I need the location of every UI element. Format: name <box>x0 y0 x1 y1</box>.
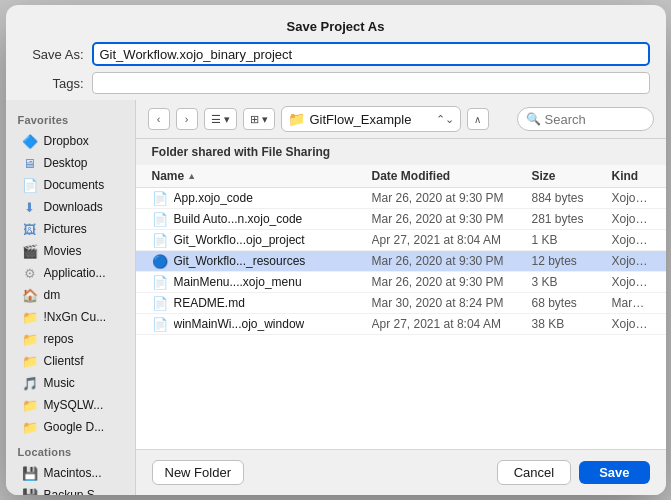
table-row[interactable]: 📄 winMainWi...ojo_window Apr 27, 2021 at… <box>136 314 666 335</box>
favorites-section-label: Favorites <box>6 106 135 130</box>
file-name-cell: 📄 winMainWi...ojo_window <box>152 316 372 332</box>
sidebar-item-mysql[interactable]: 📁 MySQLW... <box>10 394 131 416</box>
kind-column-header[interactable]: Kind <box>612 169 650 183</box>
grid-view-chevron: ▾ <box>262 113 268 126</box>
cancel-button[interactable]: Cancel <box>497 460 571 485</box>
folder-icon: 📁 <box>22 309 38 325</box>
sidebar-item-dropbox[interactable]: 🔷 Dropbox <box>10 130 131 152</box>
file-date: Mar 26, 2020 at 9:30 PM <box>372 254 532 268</box>
file-name: README.md <box>174 296 245 310</box>
file-date: Mar 26, 2020 at 9:30 PM <box>372 275 532 289</box>
folder-icon: 📁 <box>22 397 38 413</box>
file-name: winMainWi...ojo_window <box>174 317 305 331</box>
save-as-label: Save As: <box>22 47 92 62</box>
file-name-cell: 🔵 Git_Workflo..._resources <box>152 253 372 269</box>
table-row[interactable]: 🔵 Git_Workflo..._resources Mar 26, 2020 … <box>136 251 666 272</box>
search-input[interactable] <box>545 112 645 127</box>
file-name-cell: 📄 README.md <box>152 295 372 311</box>
file-type-icon: 📄 <box>152 274 168 290</box>
save-as-input[interactable] <box>92 42 650 66</box>
forward-button[interactable]: › <box>176 108 198 130</box>
table-row[interactable]: 📄 MainMenu....xojo_menu Mar 26, 2020 at … <box>136 272 666 293</box>
sidebar: Favorites 🔷 Dropbox 🖥 Desktop 📄 Document… <box>6 100 136 495</box>
date-column-header[interactable]: Date Modified <box>372 169 532 183</box>
file-size: 38 KB <box>532 317 612 331</box>
sort-arrow: ▲ <box>187 171 196 181</box>
locations-section-label: Locations <box>6 438 135 462</box>
file-kind: Xojo Code <box>612 212 650 226</box>
sidebar-item-repos[interactable]: 📁 repos <box>10 328 131 350</box>
table-row[interactable]: 📄 Git_Workflo...ojo_project Apr 27, 2021… <box>136 230 666 251</box>
save-dialog: Save Project As Save As: Tags: Favorites… <box>6 5 666 495</box>
movies-icon: 🎬 <box>22 243 38 259</box>
sidebar-item-nxgn[interactable]: 📁 !NxGn Cu... <box>10 306 131 328</box>
dropbox-icon: 🔷 <box>22 133 38 149</box>
sidebar-item-music[interactable]: 🎵 Music <box>10 372 131 394</box>
list-view-button[interactable]: ☰ ▾ <box>204 108 237 130</box>
file-kind: Xojo Code <box>612 191 650 205</box>
file-kind: Xojo Window <box>612 317 650 331</box>
folder-icon: 📁 <box>22 353 38 369</box>
size-column-header[interactable]: Size <box>532 169 612 183</box>
sidebar-item-google-drive[interactable]: 📁 Google D... <box>10 416 131 438</box>
file-size: 281 bytes <box>532 212 612 226</box>
location-folder-icon: 📁 <box>288 111 305 127</box>
sidebar-item-macintosh[interactable]: 💾 Macintos... <box>10 462 131 484</box>
sidebar-item-pictures[interactable]: 🖼 Pictures <box>10 218 131 240</box>
tags-input[interactable] <box>92 72 650 94</box>
search-box: 🔍 <box>517 107 654 131</box>
table-row[interactable]: 📄 README.md Mar 30, 2020 at 8:24 PM 68 b… <box>136 293 666 314</box>
grid-view-icon: ⊞ <box>250 113 259 126</box>
file-name-cell: 📄 Git_Workflo...ojo_project <box>152 232 372 248</box>
file-date: Mar 26, 2020 at 9:30 PM <box>372 191 532 205</box>
file-type-icon: 🔵 <box>152 253 168 269</box>
file-size: 884 bytes <box>532 191 612 205</box>
location-dropdown-icon: ⌃⌄ <box>436 113 454 126</box>
sidebar-item-label: dm <box>44 288 61 302</box>
sidebar-item-label: Backup S... <box>44 488 105 495</box>
collapse-button[interactable]: ∧ <box>467 108 489 130</box>
tags-row: Tags: <box>22 72 650 94</box>
dialog-title: Save Project As <box>6 5 666 42</box>
file-rows-container: 📄 App.xojo_code Mar 26, 2020 at 9:30 PM … <box>136 188 666 335</box>
sidebar-item-movies[interactable]: 🎬 Movies <box>10 240 131 262</box>
file-type-icon: 📄 <box>152 316 168 332</box>
file-date: Mar 26, 2020 at 9:30 PM <box>372 212 532 226</box>
sidebar-item-label: Applicatio... <box>44 266 106 280</box>
list-view-chevron: ▾ <box>224 113 230 126</box>
hd-icon: 💾 <box>22 465 38 481</box>
pictures-icon: 🖼 <box>22 221 38 237</box>
back-button[interactable]: ‹ <box>148 108 170 130</box>
save-button[interactable]: Save <box>579 461 649 484</box>
file-name: Build Auto...n.xojo_code <box>174 212 303 226</box>
file-toolbar: ‹ › ☰ ▾ ⊞ ▾ 📁 GitFlow_Example ⌃⌄ ∧ 🔍 <box>136 100 666 139</box>
file-size: 12 bytes <box>532 254 612 268</box>
table-row[interactable]: 📄 Build Auto...n.xojo_code Mar 26, 2020 … <box>136 209 666 230</box>
file-type-icon: 📄 <box>152 232 168 248</box>
location-button[interactable]: 📁 GitFlow_Example ⌃⌄ <box>281 106 461 132</box>
sidebar-item-desktop[interactable]: 🖥 Desktop <box>10 152 131 174</box>
shared-folder-label: Folder shared with File Sharing <box>136 139 666 165</box>
table-row[interactable]: 📄 App.xojo_code Mar 26, 2020 at 9:30 PM … <box>136 188 666 209</box>
applications-icon: ⚙ <box>22 265 38 281</box>
file-size: 3 KB <box>532 275 612 289</box>
sidebar-item-documents[interactable]: 📄 Documents <box>10 174 131 196</box>
file-date: Apr 27, 2021 at 8:04 AM <box>372 233 532 247</box>
music-icon: 🎵 <box>22 375 38 391</box>
new-folder-button[interactable]: New Folder <box>152 460 244 485</box>
main-area: ‹ › ☰ ▾ ⊞ ▾ 📁 GitFlow_Example ⌃⌄ ∧ 🔍 <box>136 100 666 495</box>
sidebar-item-downloads[interactable]: ⬇ Downloads <box>10 196 131 218</box>
sidebar-item-dm[interactable]: 🏠 dm <box>10 284 131 306</box>
sidebar-item-backup[interactable]: 💾 Backup S... <box>10 484 131 495</box>
tags-label: Tags: <box>22 76 92 91</box>
name-column-header[interactable]: Name ▲ <box>152 169 372 183</box>
sidebar-item-applications[interactable]: ⚙ Applicatio... <box>10 262 131 284</box>
file-kind: Markdo...cument <box>612 296 650 310</box>
hd-icon: 💾 <box>22 487 38 495</box>
file-name-cell: 📄 MainMenu....xojo_menu <box>152 274 372 290</box>
documents-icon: 📄 <box>22 177 38 193</box>
sidebar-item-clientsf[interactable]: 📁 Clientsf <box>10 350 131 372</box>
file-type-icon: 📄 <box>152 190 168 206</box>
sidebar-item-label: Music <box>44 376 75 390</box>
grid-view-button[interactable]: ⊞ ▾ <box>243 108 275 130</box>
